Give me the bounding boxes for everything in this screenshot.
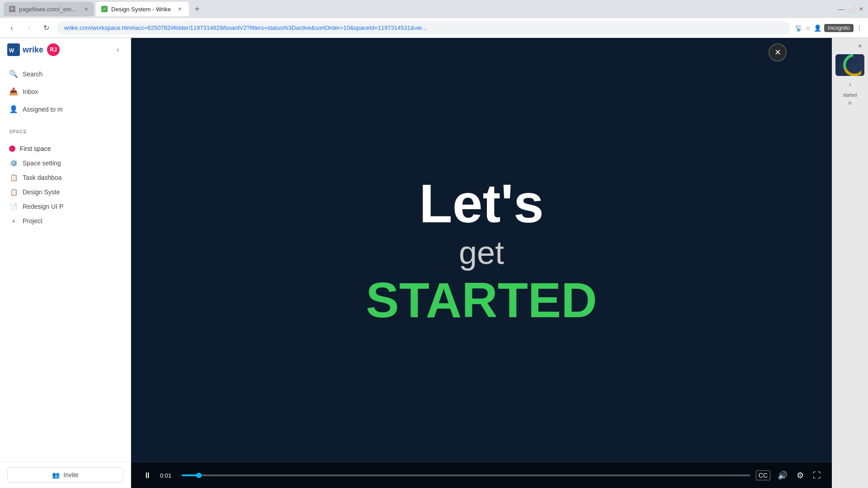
tab-wrike[interactable]: ✓ Design System - Wrike ✕ [96, 2, 189, 16]
pause-button[interactable]: ⏸ [140, 468, 155, 483]
sidebar-item-project[interactable]: + Project [0, 214, 131, 228]
space-settings-label: Space setting [23, 160, 61, 167]
assigned-icon: 👤 [9, 105, 18, 113]
add-project-icon: + [9, 217, 18, 225]
new-tab-button[interactable]: + [191, 3, 203, 15]
incognito-badge: Incognito [824, 24, 854, 32]
first-space-label: First space [20, 145, 51, 152]
invite-label: Invite [63, 471, 78, 479]
task-dashboard-label: Task dashboa [23, 174, 61, 181]
design-system-label: Design Syste [23, 188, 60, 196]
progress-bar-fill [182, 474, 199, 476]
time-display: 0:01 [160, 472, 176, 479]
maximize-button[interactable]: ⬜ [848, 6, 854, 12]
sidebar-item-search[interactable]: 🔍 Search [0, 65, 131, 83]
video-content: Let's get STARTED [131, 38, 832, 463]
tab-favicon-pageflows: P [9, 6, 15, 12]
redesign-ui-label: Redesign UI P [23, 203, 63, 210]
sidebar-item-design-system[interactable]: 📋 Design Syste [0, 185, 131, 199]
url-bar[interactable]: wrike.com/workspace.htm#acc=6250782#fold… [57, 21, 790, 35]
volume-button[interactable]: 🔊 [776, 469, 789, 482]
sidebar-collapse-button[interactable]: ‹ [113, 44, 123, 55]
search-icon: 🔍 [9, 70, 18, 78]
video-controls: ⏸ 0:01 CC 🔊 ⚙ ⛶ [131, 463, 832, 488]
url-text: wrike.com/workspace.htm#acc=6250782#fold… [64, 24, 783, 31]
cast-icon: 📡 [795, 24, 802, 32]
settings-icon: ⚙️ [9, 160, 18, 167]
tab-favicon-wrike: ✓ [101, 6, 108, 12]
reload-button[interactable]: ↻ [40, 22, 52, 34]
forward-button[interactable]: › [23, 22, 35, 34]
panel-thumb-graphic [839, 54, 861, 76]
settings-button[interactable]: ⚙ [795, 469, 806, 482]
right-panel: ✕ › started [832, 38, 868, 488]
inbox-icon: 📥 [9, 87, 18, 96]
video-text-container: Let's get STARTED [366, 174, 597, 327]
sidebar-item-inbox[interactable]: 📥 Inbox [0, 83, 131, 100]
panel-thumb-content [835, 54, 864, 76]
panel-close-button[interactable]: ✕ [855, 42, 864, 51]
search-label: Search [23, 70, 42, 78]
tab-label-pageflows: pageflows.com/_emails/_/7fb5d... [19, 6, 78, 13]
space-section: Space [0, 125, 131, 141]
invite-button[interactable]: 👥 Invite [7, 467, 123, 483]
inbox-label: Inbox [23, 88, 38, 95]
tab-bar: P pageflows.com/_emails/_/7fb5d... ✕ ✓ D… [0, 0, 868, 18]
wrike-logo-text: wrike [23, 45, 43, 55]
panel-thumbnail[interactable] [835, 54, 864, 76]
sidebar-item-assigned[interactable]: 👤 Assigned to m [0, 100, 131, 118]
video-line2: get [366, 233, 597, 272]
sidebar-nav: 🔍 Search 📥 Inbox 👤 Assigned to m [0, 61, 131, 122]
app-container: W wrike RJ ‹ 🔍 Search 📥 Inbox 👤 Assigned… [0, 38, 868, 488]
browser-chrome: P pageflows.com/_emails/_/7fb5d... ✕ ✓ D… [0, 0, 868, 38]
cc-button[interactable]: CC [756, 470, 770, 480]
tab-close-pageflows[interactable]: ✕ [84, 5, 89, 13]
video-line1: Let's [366, 174, 597, 233]
sidebar-footer: 👥 Invite [0, 461, 131, 488]
close-button[interactable]: ✕ [858, 6, 864, 12]
user-avatar[interactable]: RJ [47, 43, 60, 56]
sidebar: W wrike RJ ‹ 🔍 Search 📥 Inbox 👤 Assigned… [0, 38, 131, 488]
minimize-button[interactable]: — [838, 6, 844, 12]
space-section-label: Space [9, 129, 122, 134]
design-system-icon: 📋 [9, 188, 18, 196]
address-bar-icons: 📡 ☆ 👤 Incognito ⋮ [795, 24, 863, 32]
wrike-logo[interactable]: W wrike [7, 43, 43, 56]
video-overlay: ✕ Let's get STARTED ⏸ 0:01 CC 🔊 [131, 38, 832, 488]
tab-pageflows[interactable]: P pageflows.com/_emails/_/7fb5d... ✕ [4, 2, 94, 16]
panel-indicator [848, 101, 852, 105]
bookmark-icon[interactable]: ☆ [805, 24, 811, 32]
redesign-icon: 📄 [9, 203, 18, 210]
panel-next-button[interactable]: › [849, 80, 851, 89]
main-content: 📋 Design System ℹ Info ⚡ Automation ▾ 👤 … [131, 38, 832, 488]
progress-dot [196, 473, 202, 478]
project-label: Project [23, 217, 42, 225]
menu-icon[interactable]: ⋮ [856, 24, 863, 32]
sidebar-item-task-dashboard[interactable]: 📋 Task dashboa [0, 170, 131, 185]
fullscreen-button[interactable]: ⛶ [811, 469, 823, 482]
tab-label-wrike: Design System - Wrike [111, 6, 171, 13]
video-close-button[interactable]: ✕ [769, 43, 787, 61]
back-button[interactable]: ‹ [5, 22, 18, 34]
video-line3: STARTED [366, 272, 597, 327]
window-controls: — ⬜ ✕ [838, 6, 864, 12]
progress-bar[interactable] [182, 474, 750, 476]
sidebar-item-redesign-ui[interactable]: 📄 Redesign UI P [0, 199, 131, 214]
wrike-logo-icon: W [7, 43, 20, 56]
dashboard-icon: 📋 [9, 174, 18, 181]
svg-text:W: W [9, 47, 14, 54]
sidebar-item-space-settings[interactable]: ⚙️ Space setting [0, 156, 131, 170]
address-bar: ‹ › ↻ wrike.com/workspace.htm#acc=625078… [0, 18, 868, 38]
invite-icon: 👥 [52, 471, 60, 479]
profile-icon[interactable]: 👤 [814, 24, 821, 32]
assigned-label: Assigned to m [23, 106, 63, 113]
tab-close-wrike[interactable]: ✕ [176, 5, 184, 13]
sidebar-item-first-space[interactable]: First space [0, 141, 131, 156]
sidebar-header: W wrike RJ ‹ [0, 38, 131, 61]
space-dot-icon [9, 145, 15, 152]
panel-started-label: started [843, 93, 857, 98]
